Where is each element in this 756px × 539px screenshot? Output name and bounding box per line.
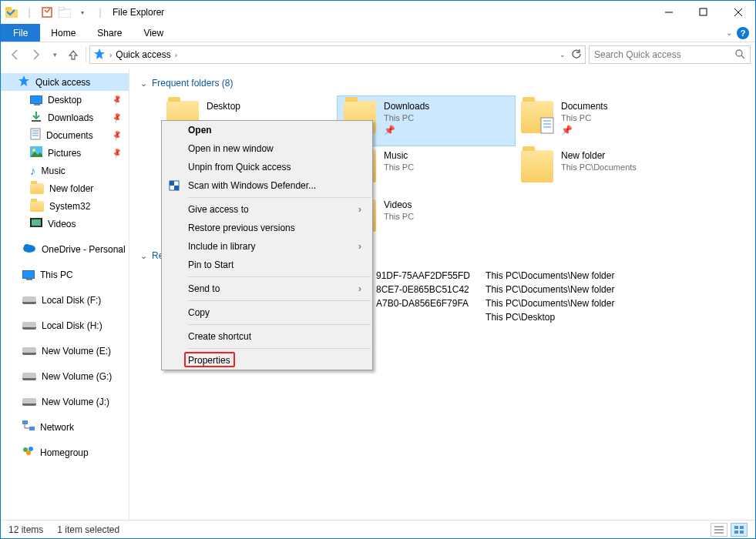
ctx-unpin[interactable]: Unpin from Quick access (162, 158, 372, 176)
forward-button[interactable] (27, 45, 45, 64)
collapse-icon[interactable]: ⌄ (140, 79, 147, 89)
pin-icon: 📌 (110, 129, 123, 142)
sidebar-item-label: Pictures (48, 148, 81, 159)
ctx-separator (188, 300, 371, 301)
desktop-icon (30, 95, 42, 104)
ctx-defender[interactable]: Scan with Windows Defender... (162, 176, 372, 195)
ctx-open-new-window[interactable]: Open in new window (162, 139, 372, 158)
sidebar-quick-access[interactable]: Quick access (1, 73, 129, 91)
sidebar-this-pc[interactable]: This PC (1, 266, 129, 283)
status-selected: 1 item selected (57, 524, 119, 535)
svg-rect-43 (170, 181, 174, 186)
collapse-icon[interactable]: ⌄ (140, 251, 147, 261)
folder-icon (521, 101, 553, 133)
sidebar-item-pictures[interactable]: Pictures📌 (1, 144, 129, 162)
details-view-button[interactable] (711, 523, 727, 537)
svg-rect-3 (59, 9, 71, 18)
recent-name-tail: 91DF-75AAF2DF55FD (376, 269, 486, 283)
svg-rect-44 (174, 186, 179, 190)
sidebar-item-desktop[interactable]: Desktop📌 (1, 91, 129, 109)
sidebar-item-downloads[interactable]: Downloads📌 (1, 109, 129, 126)
new-folder-icon[interactable] (56, 4, 73, 21)
sidebar-onedrive[interactable]: OneDrive - Personal (1, 240, 129, 258)
disk-icon (22, 398, 36, 406)
sidebar-drive-f[interactable]: Local Disk (F:) (1, 291, 129, 309)
window-title: File Explorer (111, 7, 164, 18)
sidebar-item-new-folder[interactable]: New folder (1, 179, 129, 197)
recent-row[interactable]: 91DF-75AAF2DF55FDThis PC\Documents\New f… (376, 269, 630, 283)
window-controls (651, 1, 755, 24)
ctx-create-shortcut[interactable]: Create shortcut (162, 327, 372, 346)
tab-share[interactable]: Share (86, 24, 133, 42)
ctx-pin-start[interactable]: Pin to Start (162, 256, 372, 274)
refresh-icon[interactable] (571, 49, 582, 62)
ctx-give-access[interactable]: Give access to› (162, 200, 372, 219)
folder-item-documents[interactable]: DocumentsThis PC📌 (515, 96, 692, 146)
crumb-sep-icon[interactable]: › (109, 51, 112, 59)
ctx-properties[interactable]: Properties (162, 351, 372, 370)
svg-rect-23 (41, 218, 42, 227)
sidebar-drive-j[interactable]: New Volume (J:) (1, 393, 129, 410)
ctx-send-to[interactable]: Send to› (162, 280, 372, 298)
sidebar-item-system32[interactable]: System32 (1, 197, 129, 215)
pc-icon (22, 270, 35, 279)
ctx-open[interactable]: Open (162, 121, 372, 139)
music-icon: ♪ (30, 164, 36, 177)
tab-view[interactable]: View (133, 24, 174, 42)
address-bar[interactable]: › Quick access › ⌄ (89, 45, 586, 64)
svg-rect-26 (22, 420, 28, 424)
up-button[interactable] (64, 45, 82, 64)
properties-icon[interactable] (39, 4, 55, 21)
sidebar-item-label: New folder (49, 183, 93, 194)
tab-home[interactable]: Home (40, 24, 86, 42)
recent-row[interactable]: A7B0-DA856E6F79FAThis PC\Documents\New f… (376, 296, 630, 310)
pin-icon: 📌 (110, 94, 123, 106)
sidebar-homegroup[interactable]: Homegroup (1, 444, 129, 461)
crumb-sep2-icon[interactable]: › (175, 51, 177, 59)
ctx-label: Give access to (188, 204, 249, 215)
back-button[interactable] (5, 45, 24, 64)
section-frequent[interactable]: ⌄ Frequent folders (8) (140, 78, 748, 89)
recent-locations-button[interactable]: ▾ (49, 45, 61, 64)
folder-name: Downloads (384, 101, 429, 112)
recent-row[interactable]: This PC\Desktop (376, 310, 630, 324)
ribbon: File Home Share View ⌄ ? (1, 24, 755, 42)
search-input[interactable]: Search Quick access (589, 45, 751, 64)
qat-dropdown-icon[interactable]: ▾ (74, 4, 91, 21)
ctx-copy[interactable]: Copy (162, 303, 372, 322)
svg-rect-38 (734, 526, 738, 529)
ctx-restore[interactable]: Restore previous versions (162, 219, 372, 237)
folder-name: New folder (561, 150, 637, 161)
large-icons-view-button[interactable] (731, 523, 748, 537)
folder-name: Documents (561, 101, 608, 112)
explorer-icon (3, 4, 20, 21)
ribbon-expand-icon[interactable]: ⌄ (726, 28, 732, 37)
recent-row[interactable]: 8CE7-0E865BC51C42This PC\Documents\New f… (376, 283, 630, 296)
submenu-arrow-icon: › (358, 283, 361, 294)
help-icon[interactable]: ? (737, 27, 749, 39)
minimize-button[interactable] (651, 1, 686, 24)
sidebar-drive-g[interactable]: New Volume (G:) (1, 367, 129, 385)
sidebar-drive-e[interactable]: New Volume (E:) (1, 342, 129, 360)
address-dropdown-icon[interactable]: ⌄ (559, 51, 566, 59)
sidebar-item-videos[interactable]: Videos (1, 215, 129, 233)
sidebar-drive-h[interactable]: Local Disk (H:) (1, 316, 129, 334)
sidebar-item-documents[interactable]: Documents📌 (1, 126, 129, 144)
folder-item-newfolder[interactable]: New folderThis PC\Documents (515, 146, 692, 195)
sidebar-item-label: OneDrive - Personal (42, 244, 126, 255)
svg-rect-6 (700, 8, 707, 15)
folder-sub: This PC (561, 113, 608, 122)
qat-sep2: | (92, 4, 109, 21)
recent-name-tail: A7B0-DA856E6F79FA (376, 296, 486, 310)
submenu-arrow-icon: › (358, 204, 361, 215)
ctx-include-library[interactable]: Include in library› (162, 237, 372, 256)
maximize-button[interactable] (686, 1, 721, 24)
close-button[interactable] (721, 1, 755, 24)
ctx-separator (188, 276, 371, 277)
sidebar-item-label: Videos (48, 219, 76, 229)
recent-name-tail: 8CE7-0E865BC51C42 (376, 283, 486, 296)
breadcrumb-quick-access[interactable]: Quick access (116, 49, 170, 60)
sidebar-network[interactable]: Network (1, 418, 129, 436)
sidebar-item-music[interactable]: ♪Music (1, 162, 129, 179)
file-tab[interactable]: File (1, 24, 40, 42)
